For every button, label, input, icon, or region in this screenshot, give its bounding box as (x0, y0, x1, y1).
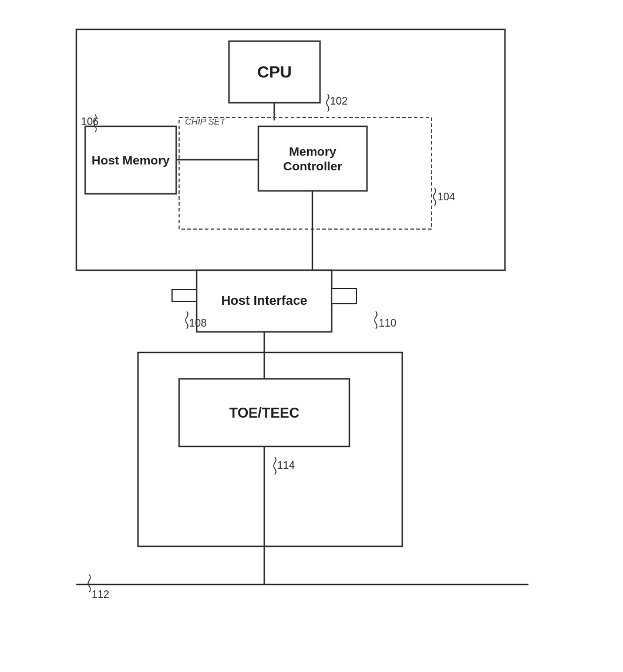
host-interface-label: Host Interface (221, 293, 308, 308)
ref-114: 114 (277, 459, 295, 472)
cpu-box: CPU (229, 41, 320, 103)
host-interface-box: Host Interface (197, 270, 332, 332)
diagram-svg (59, 12, 564, 658)
host-memory-box: Host Memory (85, 126, 176, 194)
memory-controller-box: Memory Controller (258, 126, 367, 191)
memory-controller-label: Memory Controller (258, 144, 367, 173)
ref-104: 104 (437, 191, 455, 203)
host-memory-label: Host Memory (92, 153, 170, 167)
ref-102: 102 (330, 95, 348, 107)
ref-112: 112 (92, 589, 109, 601)
ref-110: 110 (379, 317, 396, 330)
svg-rect-9 (172, 290, 197, 301)
toe-teec-box: TOE/TEEC (179, 379, 349, 446)
diagram-container: CPU 102 CHIP SET Memory Controller 104 H… (59, 12, 564, 658)
ref-108: 108 (189, 317, 207, 330)
ref-106: 106 (81, 116, 99, 128)
chipset-label: CHIP SET (185, 116, 225, 126)
toe-teec-label: TOE/TEEC (229, 405, 299, 421)
cpu-label: CPU (257, 63, 292, 82)
svg-rect-11 (332, 288, 356, 304)
